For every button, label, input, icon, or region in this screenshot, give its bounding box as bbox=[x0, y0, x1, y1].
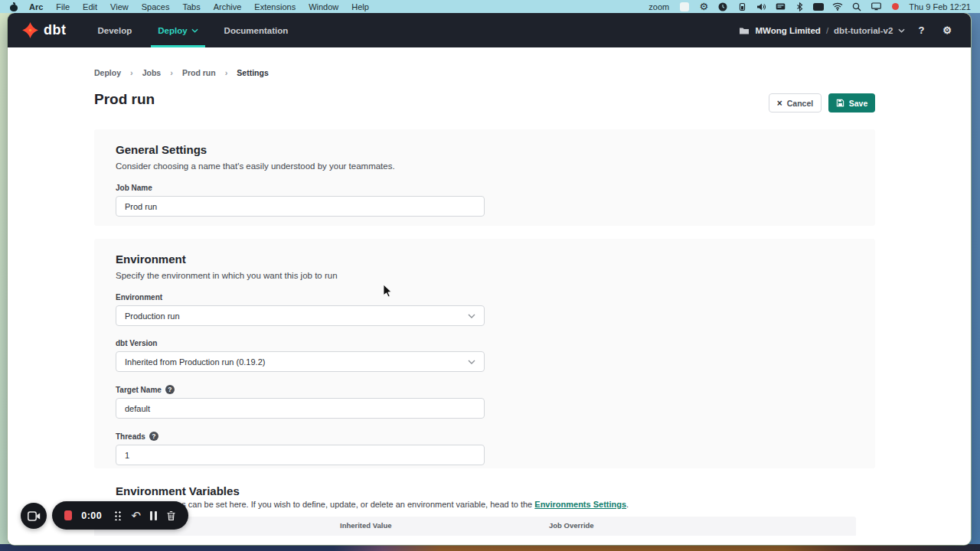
video-camera-icon bbox=[28, 511, 41, 521]
volume-icon[interactable] bbox=[756, 2, 766, 11]
menubar-item-spaces[interactable]: Spaces bbox=[142, 2, 170, 11]
nav-documentation-label: Documentation bbox=[224, 26, 289, 35]
bluetooth-icon[interactable] bbox=[794, 2, 805, 11]
browser-window: dbt Develop Deploy Documentation MWong L… bbox=[8, 13, 971, 545]
target-name-input[interactable] bbox=[116, 398, 485, 419]
dbt-version-select-value: Inherited from Production run (0.19.2) bbox=[125, 357, 265, 367]
breadcrumb: Deploy › Jobs › Prod run › Settings bbox=[94, 68, 269, 77]
breadcrumb-prod-run[interactable]: Prod run bbox=[182, 68, 216, 77]
input-source-icon[interactable] bbox=[813, 2, 824, 11]
dbt-logo-icon bbox=[21, 21, 39, 39]
general-settings-title: General Settings bbox=[116, 143, 854, 156]
clock-icon[interactable] bbox=[717, 2, 728, 11]
nav-item-deploy[interactable]: Deploy bbox=[145, 13, 211, 47]
menubar-item-window[interactable]: Window bbox=[309, 2, 338, 11]
stop-recording-button[interactable] bbox=[64, 510, 72, 520]
threads-help-icon[interactable]: ? bbox=[149, 432, 158, 441]
save-floppy-icon bbox=[836, 99, 844, 107]
chevron-down-icon bbox=[468, 314, 475, 318]
menubar-item-help[interactable]: Help bbox=[351, 2, 369, 11]
menubar-item-archive[interactable]: Archive bbox=[214, 2, 242, 11]
nav-item-documentation[interactable]: Documentation bbox=[211, 13, 302, 47]
environments-settings-link[interactable]: Environments Settings bbox=[534, 500, 626, 509]
battery-icon[interactable] bbox=[737, 2, 747, 11]
menubar-item-edit[interactable]: Edit bbox=[83, 2, 97, 11]
job-name-input[interactable] bbox=[116, 196, 485, 217]
desktop-wallpaper-strip bbox=[0, 544, 980, 551]
apple-menu-icon[interactable] bbox=[9, 2, 18, 11]
dbt-version-select[interactable]: Inherited from Production run (0.19.2) bbox=[116, 351, 485, 372]
save-button-label: Save bbox=[849, 99, 868, 108]
keyboard-icon[interactable] bbox=[775, 2, 786, 11]
environment-variables-title: Environment Variables bbox=[116, 484, 240, 497]
environment-variables-description: Job level overrides can be set here. If … bbox=[116, 500, 629, 509]
environment-select[interactable]: Production run bbox=[116, 305, 485, 326]
gear-menubar-icon[interactable]: ⚙ bbox=[698, 2, 709, 11]
search-icon[interactable] bbox=[851, 2, 862, 11]
target-name-help-icon[interactable]: ? bbox=[165, 385, 175, 394]
breadcrumb-settings: Settings bbox=[237, 68, 268, 77]
recording-timer: 0:00 bbox=[81, 510, 102, 521]
environment-section: Environment Specify the environment in w… bbox=[94, 239, 875, 468]
save-button[interactable]: Save bbox=[828, 93, 875, 112]
display-icon[interactable] bbox=[871, 2, 881, 11]
cancel-button[interactable]: × Cancel bbox=[769, 93, 822, 112]
settings-gear-button[interactable]: ⚙ bbox=[937, 24, 957, 36]
general-settings-section: General Settings Consider choosing a nam… bbox=[94, 129, 875, 226]
app-icon[interactable] bbox=[679, 2, 690, 11]
environment-select-value: Production run bbox=[125, 311, 180, 321]
breadcrumb-separator: › bbox=[170, 68, 173, 77]
chevron-down-icon bbox=[468, 360, 475, 364]
close-icon: × bbox=[777, 99, 782, 108]
discard-recording-button[interactable] bbox=[166, 510, 176, 521]
threads-label: Threads bbox=[116, 432, 145, 441]
menubar-clock[interactable]: Thu 9 Feb 12:21 bbox=[909, 2, 971, 11]
screen-record-icon[interactable] bbox=[890, 2, 900, 11]
environment-title: Environment bbox=[116, 253, 854, 266]
nav-deploy-label: Deploy bbox=[158, 26, 187, 35]
account-name: MWong Limited bbox=[755, 26, 820, 35]
target-name-label: Target Name bbox=[116, 386, 162, 394]
cancel-button-label: Cancel bbox=[787, 99, 813, 108]
dbt-wordmark: dbt bbox=[44, 22, 66, 38]
nav-item-develop[interactable]: Develop bbox=[84, 13, 145, 47]
macos-menubar: Arc File Edit View Spaces Tabs Archive E… bbox=[0, 0, 980, 13]
breadcrumb-deploy[interactable]: Deploy bbox=[94, 68, 121, 77]
page-content: Deploy › Jobs › Prod run › Settings Prod… bbox=[8, 47, 971, 545]
annotation-tools-icon[interactable] bbox=[114, 510, 122, 520]
breadcrumb-jobs[interactable]: Jobs bbox=[142, 68, 162, 77]
page-title: Prod run bbox=[94, 91, 155, 108]
menubar-item-arc[interactable]: Arc bbox=[29, 2, 43, 11]
account-project-switcher[interactable]: MWong Limited / dbt-tutorial-v2 bbox=[739, 26, 905, 35]
column-inherited-value: Inherited Value bbox=[340, 521, 392, 530]
screen-recorder-toolbar: 0:00 ↶ bbox=[52, 501, 188, 530]
menubar-item-view[interactable]: View bbox=[110, 2, 129, 11]
environment-subtitle: Specify the environment in which you wan… bbox=[116, 271, 854, 280]
breadcrumb-separator: › bbox=[225, 68, 228, 77]
nav-develop-label: Develop bbox=[97, 26, 132, 35]
threads-input[interactable] bbox=[116, 445, 485, 465]
trash-icon bbox=[166, 510, 176, 521]
breadcrumb-separator: › bbox=[130, 68, 133, 77]
menubar-item-extensions[interactable]: Extensions bbox=[254, 2, 296, 11]
camera-toggle-button[interactable] bbox=[21, 503, 47, 529]
zoom-app-label[interactable]: zoom bbox=[648, 2, 669, 11]
dbt-app-header: dbt Develop Deploy Documentation MWong L… bbox=[8, 13, 971, 47]
menubar-item-file[interactable]: File bbox=[56, 2, 70, 11]
wifi-icon[interactable] bbox=[832, 2, 843, 11]
chevron-down-icon bbox=[898, 28, 905, 33]
dbt-logo[interactable]: dbt bbox=[21, 21, 66, 39]
environment-select-label: Environment bbox=[116, 293, 854, 302]
account-separator: / bbox=[826, 26, 828, 35]
menubar-item-tabs[interactable]: Tabs bbox=[182, 2, 200, 11]
column-job-override: Job Override bbox=[549, 521, 594, 530]
chevron-down-icon bbox=[191, 28, 198, 33]
help-button[interactable]: ? bbox=[913, 24, 929, 36]
job-name-label: Job Name bbox=[116, 184, 854, 192]
main-nav: Develop Deploy Documentation bbox=[84, 13, 301, 47]
project-name: dbt-tutorial-v2 bbox=[834, 26, 893, 35]
env-vars-desc-suffix: . bbox=[626, 500, 629, 509]
undo-icon[interactable]: ↶ bbox=[131, 510, 141, 521]
pause-recording-button[interactable] bbox=[150, 511, 157, 520]
dbt-version-label: dbt Version bbox=[116, 339, 854, 347]
